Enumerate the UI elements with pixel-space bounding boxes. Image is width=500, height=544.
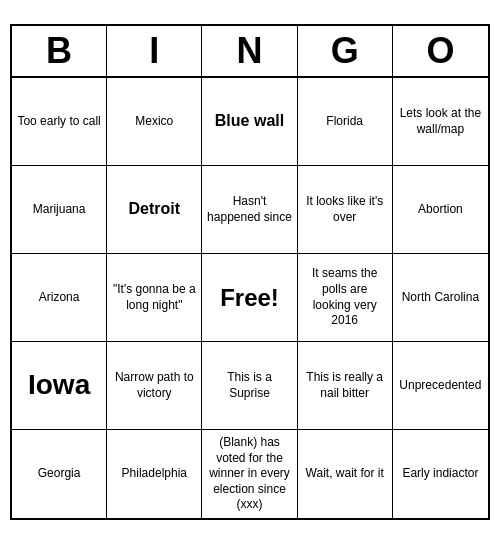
bingo-cell: Blue wall	[202, 78, 297, 166]
bingo-cell: Arizona	[12, 254, 107, 342]
cell-text: It seams the polls are looking very 2016	[302, 266, 388, 328]
cell-text: Early indiactor	[402, 466, 478, 482]
bingo-cell: Early indiactor	[393, 430, 488, 518]
cell-text: Marijuana	[33, 202, 86, 218]
bingo-cell: Narrow path to victory	[107, 342, 202, 430]
cell-text: North Carolina	[402, 290, 479, 306]
cell-text: Blue wall	[215, 111, 284, 132]
cell-text: Wait, wait for it	[306, 466, 384, 482]
cell-text: Free!	[220, 282, 279, 313]
cell-text: Lets look at the wall/map	[397, 106, 484, 137]
bingo-card: BINGO Too early to callMexicoBlue wallFl…	[10, 24, 490, 520]
bingo-cell: Lets look at the wall/map	[393, 78, 488, 166]
bingo-cell: Free!	[202, 254, 297, 342]
cell-text: It looks like it's over	[302, 194, 388, 225]
cell-text: Philadelphia	[122, 466, 187, 482]
cell-text: Hasn't happened since	[206, 194, 292, 225]
cell-text: Georgia	[38, 466, 81, 482]
cell-text: (Blank) has voted for the winner in ever…	[206, 435, 292, 513]
bingo-cell: "It's gonna be a long night"	[107, 254, 202, 342]
cell-text: Too early to call	[17, 114, 100, 130]
bingo-cell: (Blank) has voted for the winner in ever…	[202, 430, 297, 518]
header-letter: B	[12, 26, 107, 76]
cell-text: Abortion	[418, 202, 463, 218]
cell-text: Iowa	[28, 367, 90, 403]
cell-text: This is a Suprise	[206, 370, 292, 401]
cell-text: Detroit	[129, 199, 181, 220]
bingo-cell: North Carolina	[393, 254, 488, 342]
bingo-cell: Florida	[298, 78, 393, 166]
header-letter: O	[393, 26, 488, 76]
header-letter: N	[202, 26, 297, 76]
header-letter: G	[298, 26, 393, 76]
bingo-cell: It looks like it's over	[298, 166, 393, 254]
bingo-cell: Detroit	[107, 166, 202, 254]
cell-text: Mexico	[135, 114, 173, 130]
cell-text: This is really a nail bitter	[302, 370, 388, 401]
cell-text: Arizona	[39, 290, 80, 306]
bingo-cell: Too early to call	[12, 78, 107, 166]
bingo-header: BINGO	[12, 26, 488, 78]
bingo-cell: Wait, wait for it	[298, 430, 393, 518]
bingo-cell: Georgia	[12, 430, 107, 518]
header-letter: I	[107, 26, 202, 76]
bingo-grid: Too early to callMexicoBlue wallFloridaL…	[12, 78, 488, 518]
bingo-cell: Iowa	[12, 342, 107, 430]
cell-text: "It's gonna be a long night"	[111, 282, 197, 313]
bingo-cell: This is a Suprise	[202, 342, 297, 430]
cell-text: Florida	[326, 114, 363, 130]
bingo-cell: Abortion	[393, 166, 488, 254]
cell-text: Narrow path to victory	[111, 370, 197, 401]
bingo-cell: Unprecedented	[393, 342, 488, 430]
bingo-cell: It seams the polls are looking very 2016	[298, 254, 393, 342]
cell-text: Unprecedented	[399, 378, 481, 394]
bingo-cell: Hasn't happened since	[202, 166, 297, 254]
bingo-cell: Philadelphia	[107, 430, 202, 518]
bingo-cell: Mexico	[107, 78, 202, 166]
bingo-cell: Marijuana	[12, 166, 107, 254]
bingo-cell: This is really a nail bitter	[298, 342, 393, 430]
